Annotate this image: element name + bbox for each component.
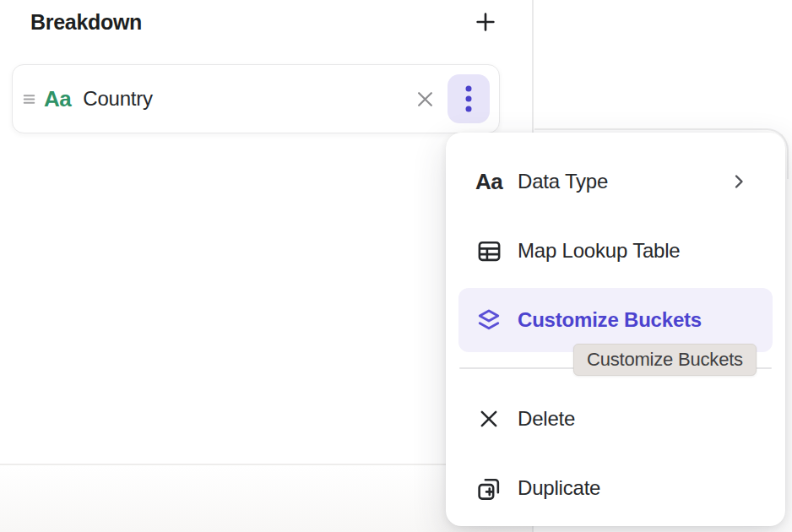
menu-item-customize-buckets[interactable]: Customize Buckets — [458, 288, 773, 352]
table-icon — [475, 236, 503, 265]
field-type-icon: Aa — [44, 88, 71, 110]
x-icon — [475, 404, 503, 433]
drag-handle-icon[interactable] — [19, 92, 38, 106]
menu-item-label: Customize Buckets — [518, 308, 756, 332]
field-context-menu: Aa Data Type Map Lookup Table — [446, 133, 785, 526]
menu-item-map-lookup-table[interactable]: Map Lookup Table — [458, 219, 773, 283]
x-icon — [414, 88, 437, 111]
customize-buckets-tooltip: Customize Buckets — [573, 344, 757, 376]
breakdown-field-card: Aa Country — [12, 64, 500, 133]
menu-item-label: Delete — [518, 407, 756, 431]
remove-field-button[interactable] — [412, 86, 437, 111]
menu-item-label: Duplicate — [518, 476, 756, 500]
copy-plus-icon — [475, 474, 503, 502]
field-name: Country — [83, 87, 153, 111]
menu-item-data-type[interactable]: Aa Data Type — [458, 149, 773, 214]
kebab-menu-icon — [464, 84, 473, 113]
panel-title: Breakdown — [30, 10, 142, 35]
menu-item-delete[interactable]: Delete — [458, 387, 773, 451]
layers-icon — [475, 306, 503, 334]
text-type-icon: Aa — [475, 167, 503, 196]
field-more-menu-button[interactable] — [448, 74, 490, 123]
add-breakdown-button[interactable] — [471, 8, 500, 36]
menu-item-label: Data Type — [518, 170, 729, 193]
chevron-right-icon — [729, 171, 749, 192]
breakdown-screen: Breakdown Aa Country — [0, 0, 792, 532]
menu-item-label: Map Lookup Table — [518, 239, 756, 263]
breakdown-header: Breakdown — [30, 7, 500, 37]
plus-icon — [473, 9, 498, 35]
menu-item-duplicate[interactable]: Duplicate — [458, 456, 773, 520]
